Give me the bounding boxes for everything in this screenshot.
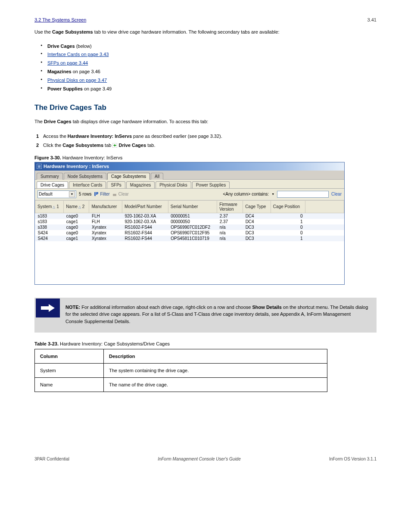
intro-post: tab to view drive cage hardware informat… (93, 29, 280, 34)
cell: 920-1062-03.XA (122, 219, 168, 224)
subtab-interface-cards[interactable]: Interface Cards (69, 181, 106, 188)
figure-text: Hardware Inventory: InServs (62, 155, 122, 160)
cell: 1 (271, 236, 305, 241)
figure-label: Figure 3-30. (34, 155, 61, 160)
sort-asc-icon: △ (53, 205, 55, 209)
bullet-label: Magazines (47, 69, 72, 74)
cell: 2.37 (217, 213, 243, 219)
bullet-link[interactable]: SFPs (47, 60, 59, 65)
tab-cage-subsystems[interactable]: Cage Subsystems (107, 173, 150, 180)
cell: cage0 (64, 224, 89, 230)
cell-filler (305, 236, 344, 241)
breadcrumb[interactable]: 3.2 The Systems Screen (34, 17, 86, 22)
table-row[interactable]: S424cage1XyratexRS1602-FS44OPS45811C0107… (35, 236, 344, 241)
inv-cell-desc: The name of the drive cage. (104, 378, 327, 392)
cell: S424 (35, 236, 64, 241)
cell: Xyratex (89, 224, 122, 230)
inv-cell-col: Name (35, 378, 104, 392)
clear-button-right[interactable]: Clear (331, 192, 342, 196)
col-model[interactable]: Model/Part Number (122, 200, 168, 213)
subtab-drive-cages[interactable]: Drive Cages (37, 181, 68, 188)
svg-rect-4 (39, 165, 40, 166)
col-serial[interactable]: Serial Number (168, 200, 217, 213)
step-2: 2 Click the Cage Subsystems tab Drive Ca… (36, 141, 377, 151)
cell: FLH (89, 219, 122, 224)
cell: OPS69907C012DF2 (168, 224, 217, 230)
cell: cage0 (64, 213, 89, 219)
bullet-interface-cards: Interface Cards on page 3.43 (47, 50, 377, 59)
chevron-down-icon[interactable]: ▼ (69, 191, 75, 197)
cell: cage1 (64, 236, 89, 241)
note-text3: . (129, 319, 130, 324)
filter-button[interactable]: Filter (94, 192, 109, 196)
cell: DC4 (243, 219, 271, 224)
bullet-list: Drive Cages (below) Interface Cards on p… (47, 42, 377, 93)
cell: RS1602-FS44 (122, 236, 168, 241)
col-name[interactable]: Name△ 2 (64, 200, 89, 213)
col-cage-type[interactable]: Cage Type (243, 200, 271, 213)
step-number: 1 (36, 132, 43, 141)
cell: 2.37 (217, 219, 243, 224)
match-dropdown-icon[interactable]: ▼ (271, 193, 274, 196)
search-input[interactable] (277, 191, 329, 198)
svg-rect-8 (97, 192, 98, 194)
bullet-power-supplies: Power Supplies on page 3.49 (47, 85, 377, 93)
window-icon (37, 164, 42, 169)
col-cage-position[interactable]: Cage Position (271, 200, 305, 213)
subtab-sfps[interactable]: SFPs (107, 181, 125, 188)
inv-cell-col: System (35, 364, 104, 378)
step-number: 2 (36, 141, 43, 150)
subtab-physical-disks[interactable]: Physical Disks (156, 181, 191, 188)
col-manufacturer[interactable]: Manufacturer (89, 200, 122, 213)
clear-button-left[interactable]: Clear (112, 192, 129, 196)
cell: Xyratex (89, 236, 122, 241)
tab-summary[interactable]: Summary (37, 173, 63, 180)
heading-drive-cages-tab: The Drive Cages Tab (34, 103, 377, 112)
subtab-power-supplies[interactable]: Power Supplies (192, 181, 230, 188)
cell-filler (305, 224, 344, 230)
svg-rect-9 (113, 194, 116, 196)
note-text: For additional information about each dr… (80, 305, 252, 310)
bullet-sfps: SFPs on page 3.44 (47, 59, 377, 68)
cell: s183 (35, 219, 64, 224)
col-system[interactable]: System△ 1 (35, 200, 64, 213)
subtab-magazines[interactable]: Magazines (126, 181, 155, 188)
cell: DC4 (243, 213, 271, 219)
bullet-link[interactable]: Interface Cards (47, 52, 80, 57)
svg-rect-3 (38, 165, 39, 166)
col-filler (305, 200, 344, 213)
inventory-description-table: Column Description System The system con… (34, 349, 327, 392)
tab-all[interactable]: All (151, 173, 163, 180)
table-row[interactable]: s338cage0XyratexRS1602-FS44OPS69907C012D… (35, 224, 344, 230)
match-label: <Any column> contains: (223, 192, 269, 196)
bullet-label: Drive Cages (47, 44, 75, 49)
cell: RS1602-FS44 (122, 224, 168, 230)
tab-node-subsystems[interactable]: Node Subsystems (64, 173, 106, 180)
cell: OPS69907C012F95 (168, 230, 217, 236)
cell: Xyratex (89, 230, 122, 236)
step1-bold: Hardware Inventory: InServs (68, 134, 132, 139)
bullet-drive-cages: Drive Cages (below) (47, 42, 377, 51)
cell: 0 (271, 224, 305, 230)
bullet-link[interactable]: Physical Disks (47, 78, 78, 83)
footer-left: 3PAR Confidential (34, 457, 69, 461)
app-window: Hardware Inventory : InServs Summary Nod… (34, 162, 345, 285)
table-caption-text: Hardware Inventory: Cage Subsystems/Driv… (60, 341, 170, 346)
step2-bold2: Drive Cages (118, 143, 146, 148)
inv-head-description: Description (104, 349, 327, 364)
cell-filler (305, 219, 344, 224)
cell: n/a (217, 230, 243, 236)
table-row[interactable]: S424cage0XyratexRS1602-FS44OPS69907C012F… (35, 230, 344, 236)
cell: s183 (35, 213, 64, 219)
table-row[interactable]: s183cage1FLH920-1062-03.XA000000502.37DC… (35, 219, 344, 224)
page-footer: 3PAR Confidential InForm Management Cons… (34, 457, 377, 461)
cell: DC3 (243, 224, 271, 230)
view-select[interactable]: Default ▼ (37, 190, 76, 198)
cell: 00000051 (168, 213, 217, 219)
cell: DC3 (243, 230, 271, 236)
titlebar[interactable]: Hardware Inventory : InServs (35, 162, 344, 171)
cell: DC3 (243, 236, 271, 241)
col-firmware[interactable]: Firmware Version (217, 200, 243, 213)
table-row[interactable]: s183cage0FLH920-1062-03.XA000000512.37DC… (35, 213, 344, 219)
cell: FLH (89, 213, 122, 219)
